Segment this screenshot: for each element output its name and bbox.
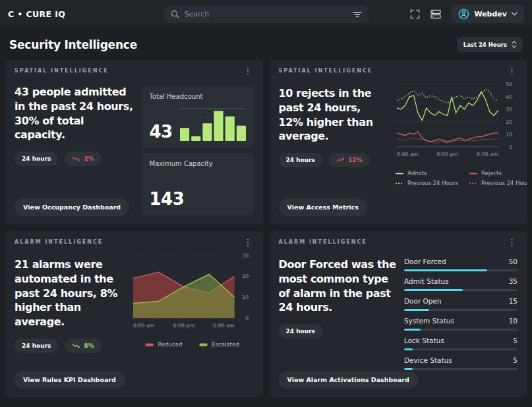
alarm-type-value: 15 [509, 297, 517, 305]
alarm-type-bar-fill [404, 329, 421, 331]
alarm-type-row: Door Open15 [404, 297, 517, 311]
view-access-metrics-button[interactable]: View Access Metrics [279, 198, 367, 216]
trend-badge: 12% [329, 153, 370, 167]
svg-text:30: 30 [506, 107, 512, 113]
alarm-type-row: System Status10 [404, 317, 517, 331]
search-input[interactable] [185, 10, 347, 18]
legend-item: Admits [395, 170, 458, 176]
svg-text:6:00 am: 6:00 am [397, 151, 419, 157]
chevron-down-icon [512, 12, 517, 16]
access-chart: 010203040506:00 am6:00 pm6:00 am [395, 80, 517, 166]
legend-item: Rejects [469, 170, 527, 176]
updown-chevrons-icon [512, 41, 517, 48]
svg-text:10: 10 [506, 132, 512, 138]
alarm-type-bar-track [404, 348, 517, 350]
capacity-label: Maximum Capacity [150, 160, 246, 167]
alarm-type-bar-fill [404, 309, 429, 311]
trend-badge: 2% [65, 151, 101, 166]
section-label: SPATIAL INTELLIGENCE [279, 68, 373, 74]
legend-label: Admits [407, 170, 427, 176]
headcount-panel: Total Headcount 43 [142, 86, 254, 148]
alarm-type-row: Lock Status5 [404, 337, 517, 350]
legend-item: Previous 24 Hours [469, 180, 527, 186]
alarm-type-label: Door Forced [404, 258, 446, 265]
svg-text:0: 0 [245, 315, 249, 321]
alarm-type-value: 5 [513, 356, 517, 364]
access-legend: AdmitsRejectsPrevious 24 HoursPrevious 2… [395, 170, 517, 186]
legend-label: Rejects [481, 170, 502, 176]
time-badge: 24 hours [15, 151, 58, 166]
legend-item: Reduced [145, 341, 182, 348]
card-headline: Door Forced was the most common type of … [279, 258, 397, 315]
legend-label: Escalated [212, 341, 239, 348]
svg-text:50: 50 [506, 82, 512, 88]
alarm-type-bar-track [404, 309, 517, 311]
user-menu[interactable]: Webdev [452, 5, 524, 23]
view-rules-kpi-dashboard-button[interactable]: View Rules KPI Dashboard [15, 371, 125, 389]
time-range-selector[interactable]: Last 24 Hours [458, 37, 523, 52]
topbar: C • CURE IQ Webdev [0, 0, 532, 28]
alarm-type-bar-track [404, 269, 517, 271]
headcount-value: 43 [150, 122, 173, 142]
fullscreen-icon[interactable] [410, 9, 420, 19]
page-header: Security Intelligence Last 24 Hours [0, 28, 532, 60]
svg-text:20: 20 [242, 273, 249, 279]
section-label: ALARM INTELLIGENCE [15, 239, 103, 245]
layout-icon[interactable] [430, 9, 441, 19]
section-label: SPATIAL INTELLIGENCE [15, 68, 109, 74]
capacity-value: 143 [150, 189, 246, 209]
alarm-type-label: Admit Status [404, 277, 449, 285]
trend-down-icon [72, 343, 80, 348]
svg-text:30: 30 [242, 253, 249, 259]
trend-down-icon [72, 156, 80, 161]
svg-text:6:00 pm: 6:00 pm [173, 323, 194, 329]
alarm-type-list: Door Forced50Admit Status35Door Open15Sy… [404, 258, 517, 376]
svg-text:10: 10 [242, 294, 249, 300]
time-badge: 24 hours [15, 339, 58, 353]
alarm-type-bar-fill [404, 289, 463, 291]
filter-icon[interactable] [353, 11, 362, 18]
svg-text:20: 20 [506, 119, 512, 125]
view-occupancy-dashboard-button[interactable]: View Occupancy Dashboard [15, 198, 129, 216]
legend-label: Previous 24 Hours [407, 180, 458, 186]
alarm-type-row: Admit Status35 [404, 277, 517, 291]
dashboard-grid: SPATIAL INTELLIGENCE ⋮ 43 people admitte… [0, 60, 532, 404]
search-bar[interactable] [164, 5, 369, 23]
alarm-type-value: 10 [509, 317, 517, 325]
card-activations: ALARM INTELLIGENCE ⋮ Door Forced was the… [270, 231, 527, 397]
topbar-actions: Webdev [410, 5, 524, 23]
headcount-label: Total Headcount [150, 93, 246, 100]
section-label: ALARM INTELLIGENCE [279, 239, 367, 245]
user-name: Webdev [474, 10, 507, 18]
kebab-menu-icon[interactable]: ⋮ [506, 68, 517, 74]
alarm-type-label: Door Open [404, 297, 442, 305]
view-alarm-activations-dashboard-button[interactable]: View Alarm Activations Dashboard [279, 371, 418, 389]
alarm-type-value: 35 [509, 277, 517, 285]
app-logo: C • CURE IQ [8, 9, 65, 19]
time-badge: 24 hours [279, 324, 322, 339]
alarm-type-value: 50 [509, 258, 517, 265]
legend-item: Previous 24 Hours [395, 180, 458, 186]
trend-up-icon [336, 157, 345, 163]
rules-chart: 01020306:00 am6:00 pm6:00 am [131, 251, 254, 337]
alarm-type-bar-track [404, 289, 517, 291]
alarm-type-label: System Status [404, 317, 454, 325]
kebab-menu-icon[interactable]: ⋮ [243, 68, 254, 74]
svg-text:40: 40 [506, 94, 512, 100]
legend-item: Escalated [199, 341, 239, 348]
svg-text:6:00 am: 6:00 am [213, 323, 235, 329]
card-headline: 21 alarms were automated in the past 24 … [15, 258, 123, 329]
kebab-menu-icon[interactable]: ⋮ [506, 239, 517, 246]
alarm-type-bar-track [404, 329, 517, 331]
alarm-type-bar-fill [404, 368, 413, 370]
avatar-icon [458, 9, 469, 20]
page-title: Security Intelligence [9, 38, 137, 51]
rules-legend: ReducedEscalated [131, 341, 254, 348]
kebab-menu-icon[interactable]: ⋮ [243, 239, 254, 246]
headcount-chart [180, 106, 246, 142]
svg-text:6:00 am: 6:00 am [133, 323, 154, 329]
alarm-type-bar-fill [404, 348, 413, 350]
alarm-type-label: Device Status [404, 356, 452, 364]
alarm-type-label: Lock Status [404, 337, 444, 344]
svg-text:6:00 pm: 6:00 pm [436, 151, 458, 157]
